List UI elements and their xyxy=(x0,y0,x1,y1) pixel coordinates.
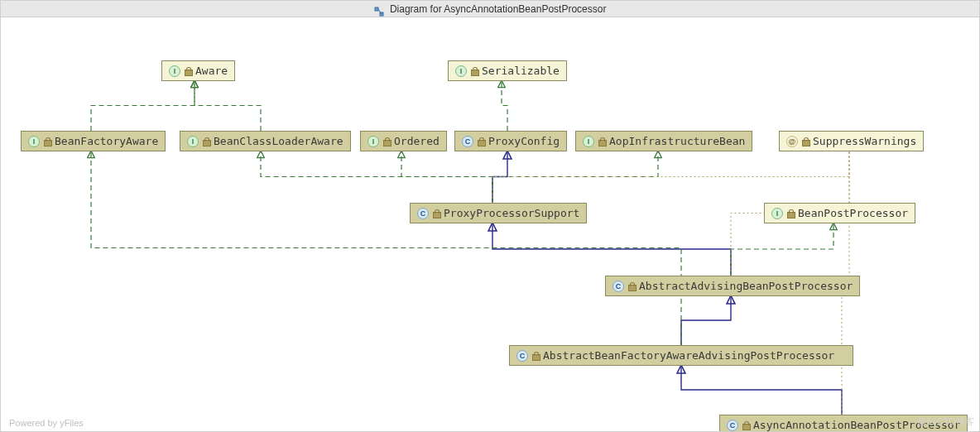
node-label: ProxyConfig xyxy=(488,135,560,147)
node-label: SuppressWarnings xyxy=(813,135,916,147)
type-a-icon: @ xyxy=(786,136,798,147)
powered-by-label: Powered by yFiles xyxy=(9,418,84,428)
node-label: BeanClassLoaderAware xyxy=(214,135,343,147)
node-proxyConfig[interactable]: CProxyConfig xyxy=(454,131,567,151)
node-aopInfraBean[interactable]: IAopInfrastructureBean xyxy=(575,131,752,151)
lock-icon xyxy=(801,137,809,146)
node-suppressWarnings[interactable]: @SuppressWarnings xyxy=(779,131,924,151)
lock-icon xyxy=(531,352,540,360)
watermark-label: @51CTO博客 xyxy=(918,415,974,428)
node-label: BeanFactoryAware xyxy=(55,135,158,147)
type-i-icon: I xyxy=(28,136,40,147)
node-label: Aware xyxy=(195,65,228,77)
node-label: AbstractBeanFactoryAwareAdvisingPostProc… xyxy=(543,349,834,362)
type-i-icon: I xyxy=(455,65,467,77)
node-aware[interactable]: IAware xyxy=(161,60,235,81)
type-i-icon: I xyxy=(169,65,180,77)
type-i-icon: I xyxy=(368,136,379,147)
node-beanPostProcessor[interactable]: IBeanPostProcessor xyxy=(764,203,915,223)
node-beanFactoryAware[interactable]: IBeanFactoryAware xyxy=(21,131,166,151)
type-i-icon: I xyxy=(187,136,199,147)
node-label: AopInfrastructureBean xyxy=(609,135,745,147)
type-i-icon: I xyxy=(583,136,594,147)
title-text: Diagram for AsyncAnnotationBeanPostProce… xyxy=(390,3,606,15)
diagram-canvas[interactable]: IAwareISerializableIBeanFactoryAwareIBea… xyxy=(1,17,979,431)
type-c-icon: C xyxy=(727,420,738,431)
node-label: Ordered xyxy=(394,135,440,147)
node-beanClassLoaderAware[interactable]: IBeanClassLoaderAware xyxy=(180,131,351,151)
node-abstractAdvisingBPP[interactable]: CAbstractAdvisingBeanPostProcessor xyxy=(605,276,860,296)
svg-rect-0 xyxy=(375,7,378,11)
node-ordered[interactable]: IOrdered xyxy=(360,131,447,151)
node-label: ProxyProcessorSupport xyxy=(444,207,579,219)
lock-icon xyxy=(598,137,606,146)
node-label: BeanPostProcessor xyxy=(798,207,908,219)
node-label: AbstractAdvisingBeanPostProcessor xyxy=(639,280,853,292)
lock-icon xyxy=(786,209,795,218)
type-c-icon: C xyxy=(417,208,429,219)
type-c-icon: C xyxy=(516,350,528,362)
title-bar: Diagram for AsyncAnnotationBeanPostProce… xyxy=(1,1,979,17)
type-i-icon: I xyxy=(771,208,783,219)
lock-icon xyxy=(627,282,636,290)
lock-icon xyxy=(382,137,391,146)
lock-icon xyxy=(477,137,485,146)
lock-icon xyxy=(184,67,192,75)
lock-icon xyxy=(432,209,440,218)
lock-icon xyxy=(202,137,210,146)
lock-icon xyxy=(742,421,750,430)
node-label: Serializable xyxy=(482,65,560,77)
lock-icon xyxy=(470,67,478,75)
diagram-icon xyxy=(374,5,384,15)
node-abstractBFAwareAdvisingPP[interactable]: CAbstractBeanFactoryAwareAdvisingPostPro… xyxy=(509,345,853,366)
node-proxyProcessorSupport[interactable]: CProxyProcessorSupport xyxy=(410,203,587,223)
type-c-icon: C xyxy=(612,281,624,292)
node-serializable[interactable]: ISerializable xyxy=(448,60,567,81)
lock-icon xyxy=(43,137,51,146)
type-c-icon: C xyxy=(462,136,473,147)
